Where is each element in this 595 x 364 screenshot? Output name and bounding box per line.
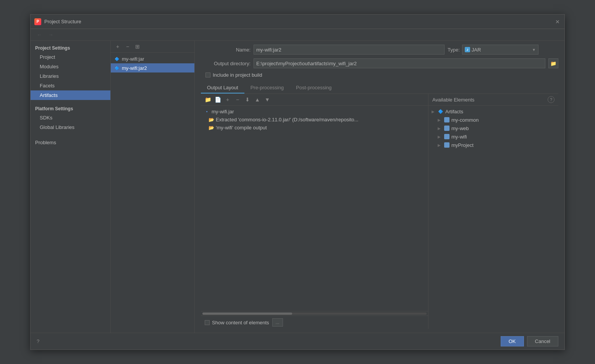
output-toolbar-sort-btn[interactable]: ⬇ (243, 95, 252, 104)
tab-post-processing[interactable]: Post-processing (290, 82, 338, 93)
module-icon-myproject (444, 142, 450, 148)
output-dir-row: Output directory: 📁 (201, 58, 558, 68)
available-elements-panel: Available Elements ? ▶ 🔷 Artifacts (428, 94, 558, 329)
output-toolbar-up-btn[interactable]: ▲ (253, 95, 262, 104)
show-content-checkbox[interactable] (205, 320, 210, 325)
platform-settings-title: Platform Settings (31, 102, 110, 113)
cancel-button[interactable]: Cancel (527, 336, 558, 346)
sidebar: Project Settings Project Modules Librari… (31, 41, 111, 333)
sidebar-item-global-libraries[interactable]: Global Libraries (31, 122, 110, 132)
available-help-icon[interactable]: ? (548, 96, 555, 103)
output-toolbar-folder-btn[interactable]: 📁 (203, 95, 212, 104)
artifact-toolbar: + − ⊞ (111, 41, 194, 53)
type-select[interactable]: J JAR ▼ (462, 45, 538, 55)
avail-item-my-common[interactable]: ▶ my-common (428, 116, 558, 124)
tab-pre-processing[interactable]: Pre-processing (244, 82, 290, 93)
close-button[interactable]: ✕ (555, 19, 561, 25)
title-bar-left: P Project Structure (34, 18, 81, 25)
sidebar-item-libraries[interactable]: Libraries (31, 71, 110, 81)
content-area: + − ⊞ 🔷 my-wifi:jar 🔷 my-wifi:jar2 (111, 41, 564, 333)
sidebar-item-modules[interactable]: Modules (31, 62, 110, 71)
tree-item-jar[interactable]: ▪ my-wifi.jar (201, 107, 428, 116)
available-title: Available Elements ? (428, 94, 558, 106)
artifact-tree: 🔷 my-wifi:jar 🔷 my-wifi:jar2 (111, 53, 194, 333)
sidebar-item-sdks[interactable]: SDKs (31, 113, 110, 122)
include-build-checkbox[interactable] (205, 72, 210, 77)
tree-item-compile-output[interactable]: 📂 'my-wifi' compile output (201, 124, 428, 132)
avail-item-myproject[interactable]: ▶ myProject (428, 141, 558, 149)
available-tree: ▶ 🔷 Artifacts ▶ my-common (428, 106, 558, 329)
copy-artifact-button[interactable]: ⊞ (133, 42, 142, 51)
expand-arrow-myproject: ▶ (438, 143, 442, 147)
add-artifact-button[interactable]: + (113, 42, 122, 51)
folder-icon-compile: 📂 (209, 125, 214, 130)
sidebar-item-problems[interactable]: Problems (31, 137, 110, 147)
project-settings-title: Project Settings (31, 43, 110, 52)
include-build-row: Include in project build (201, 72, 558, 78)
avail-item-my-common-label: my-common (451, 117, 479, 123)
sidebar-item-project[interactable]: Project (31, 52, 110, 62)
module-icon-my-wifi (444, 134, 450, 140)
jar-badge: J JAR (465, 47, 481, 53)
output-toolbar-add-btn[interactable]: + (223, 95, 232, 104)
tab-output-layout[interactable]: Output Layout (201, 82, 244, 93)
remove-artifact-button[interactable]: − (123, 42, 132, 51)
sidebar-item-facets[interactable]: Facets (31, 81, 110, 90)
artifact-list-panel: + − ⊞ 🔷 my-wifi:jar 🔷 my-wifi:jar2 (111, 41, 195, 333)
bottom-toolbar: Show content of elements ... (201, 316, 428, 329)
avail-item-my-web-label: my-web (451, 126, 469, 131)
main-content: Project Settings Project Modules Librari… (31, 41, 564, 333)
output-toolbar-remove-btn[interactable]: − (233, 95, 242, 104)
app-icon: P (34, 18, 41, 25)
include-build-label[interactable]: Include in project build (205, 72, 262, 78)
jar-badge-icon: J (465, 47, 470, 52)
tree-item-extracted-label: Extracted 'commons-io-2.11.0.jar/' (D:/s… (216, 117, 358, 122)
more-options-button[interactable]: ... (272, 318, 283, 327)
split-view: 📁 📄 + − ⬇ ▲ ▼ ▪ my- (201, 94, 558, 329)
name-input[interactable] (254, 45, 445, 55)
output-toolbar-file-btn[interactable]: 📄 (213, 95, 222, 104)
available-title-text: Available Elements (432, 97, 474, 103)
name-row: Name: Type: J JAR ▼ (201, 45, 558, 55)
module-icon-my-web (444, 125, 450, 131)
scrollbar-track (202, 312, 427, 315)
avail-item-my-wifi[interactable]: ▶ my-wifi (428, 132, 558, 141)
artifact-item-my-wifi-jar2[interactable]: 🔷 my-wifi:jar2 (111, 63, 194, 72)
avail-item-artifacts-label: Artifacts (445, 109, 463, 114)
type-dropdown-arrow: ▼ (532, 48, 536, 52)
output-toolbar-down-btn[interactable]: ▼ (263, 95, 272, 104)
window-title: Project Structure (44, 19, 81, 24)
help-button[interactable]: ? (37, 338, 39, 344)
name-label: Name: (201, 47, 251, 53)
tree-item-jar-label: my-wifi.jar (212, 109, 234, 114)
back-button[interactable]: ← (34, 31, 44, 39)
title-bar: P Project Structure ✕ (31, 14, 564, 29)
output-dir-label: Output directory: (201, 61, 251, 66)
tabs-bar: Output Layout Pre-processing Post-proces… (201, 82, 558, 94)
forward-button[interactable]: → (46, 31, 56, 39)
output-toolbar: 📁 📄 + − ⬇ ▲ ▼ (201, 94, 428, 106)
artifact-avail-icon: 🔷 (438, 108, 444, 114)
show-content-text: Show content of elements (212, 320, 269, 325)
detail-panel: Name: Type: J JAR ▼ (195, 41, 564, 333)
jar-icon: 🔷 (114, 56, 120, 62)
avail-item-artifacts[interactable]: ▶ 🔷 Artifacts (428, 107, 558, 116)
folder-icon-extracted: 📂 (209, 117, 214, 122)
ok-button[interactable]: OK (501, 336, 524, 346)
show-content-label[interactable]: Show content of elements (205, 320, 269, 325)
avail-item-my-web[interactable]: ▶ my-web (428, 124, 558, 132)
output-dir-browse-button[interactable]: 📁 (548, 58, 558, 68)
right-panel: Name: Type: J JAR ▼ (195, 41, 564, 333)
horizontal-scrollbar[interactable] (201, 311, 428, 316)
include-build-text: Include in project build (213, 72, 262, 78)
artifact-item-selected-label: my-wifi:jar2 (122, 65, 147, 71)
dialog-footer: ? OK Cancel (31, 333, 564, 350)
output-dir-input[interactable] (254, 58, 545, 68)
tree-item-compile-label: 'my-wifi' compile output (216, 125, 267, 130)
tree-item-extracted[interactable]: 📂 Extracted 'commons-io-2.11.0.jar/' (D:… (201, 116, 428, 124)
sidebar-item-artifacts[interactable]: Artifacts (31, 90, 110, 100)
jar-file-icon: ▪ (204, 108, 210, 114)
artifact-item-my-wifi-jar[interactable]: 🔷 my-wifi:jar (111, 54, 194, 63)
artifact-item-label: my-wifi:jar (122, 56, 144, 62)
output-tree: ▪ my-wifi.jar 📂 Extracted 'commons-io-2.… (201, 106, 428, 311)
